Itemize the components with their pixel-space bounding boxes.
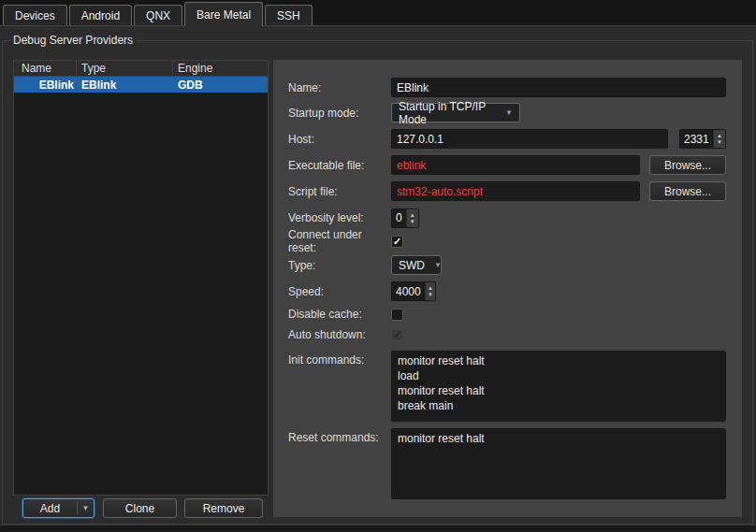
executable-browse-button[interactable]: Browse...: [649, 155, 726, 175]
chevron-down-icon: ▼: [496, 108, 513, 117]
executable-file-input[interactable]: [391, 155, 640, 175]
cell-name: EBlink: [14, 77, 77, 93]
startup-mode-label: Startup mode:: [288, 107, 391, 120]
disable-cache-checkbox[interactable]: [391, 309, 403, 321]
startup-mode-value: Startup in TCP/IP Mode: [399, 100, 496, 126]
script-browse-button[interactable]: Browse...: [649, 181, 726, 201]
spin-down-icon[interactable]: ▼: [410, 219, 415, 224]
speed-label: Speed:: [288, 285, 391, 298]
verbosity-value: 0: [392, 209, 406, 227]
script-file-label: Script file:: [288, 185, 391, 198]
clone-button[interactable]: Clone: [103, 498, 177, 518]
init-commands-label: Init commands:: [288, 351, 391, 367]
spin-down-icon[interactable]: ▼: [717, 139, 722, 145]
spin-up-icon[interactable]: ▲: [717, 133, 722, 138]
port-value: 2331: [680, 130, 713, 148]
auto-shutdown-checkbox-disabled: ✓: [391, 329, 403, 341]
disable-cache-label: Disable cache:: [288, 308, 391, 321]
remove-button[interactable]: Remove: [184, 498, 263, 518]
tab-bare-metal[interactable]: Bare Metal: [184, 2, 263, 26]
verbosity-spin-buttons[interactable]: ▲ ▼: [406, 209, 418, 227]
host-label: Host:: [288, 133, 391, 146]
bare-metal-settings-window: Devices Android QNX Bare Metal SSH Debug…: [0, 0, 756, 532]
auto-shutdown-label: Auto shutdown:: [288, 328, 391, 341]
init-commands-textarea[interactable]: monitor reset halt load monitor reset ha…: [391, 351, 726, 422]
script-file-input[interactable]: [391, 181, 640, 201]
tab-android[interactable]: Android: [69, 5, 132, 25]
port-spin-buttons[interactable]: ▲ ▼: [713, 130, 725, 148]
column-header-engine[interactable]: Engine: [173, 61, 268, 76]
spin-down-icon[interactable]: ▼: [428, 292, 433, 297]
group-title: Debug Server Providers: [10, 34, 136, 47]
provider-details-panel: Name: Startup mode: Startup in TCP/IP Mo…: [273, 60, 742, 517]
chevron-down-icon: ▼: [425, 261, 442, 269]
cell-engine: GDB: [173, 77, 268, 93]
providers-table: Name Type Engine EBlink EBlink GDB: [13, 60, 269, 496]
reset-commands-textarea[interactable]: monitor reset halt: [391, 428, 726, 499]
host-input[interactable]: [391, 129, 668, 149]
speed-spinbox[interactable]: 4000 ▲ ▼: [391, 281, 436, 301]
tab-ssh[interactable]: SSH: [265, 5, 313, 25]
spin-up-icon[interactable]: ▲: [410, 212, 415, 218]
name-label: Name:: [288, 81, 391, 94]
tab-qnx[interactable]: QNX: [134, 5, 182, 25]
type-label: Type:: [288, 259, 391, 272]
speed-value: 4000: [392, 282, 425, 300]
type-dropdown[interactable]: SWD ▼: [391, 255, 442, 275]
executable-file-label: Executable file:: [288, 159, 391, 172]
connect-under-reset-checkbox[interactable]: ✓: [391, 236, 403, 248]
spin-up-icon[interactable]: ▲: [428, 285, 433, 291]
column-header-type[interactable]: Type: [77, 61, 173, 76]
checkmark-icon: ✓: [393, 237, 401, 247]
cell-type: EBlink: [77, 77, 173, 93]
add-button[interactable]: Add ▼: [22, 498, 94, 518]
checkmark-icon: ✓: [393, 330, 401, 340]
tab-bar: Devices Android QNX Bare Metal SSH: [0, 0, 756, 25]
port-spinbox[interactable]: 2331 ▲ ▼: [679, 129, 726, 149]
add-button-label: Add: [23, 502, 77, 515]
type-value: SWD: [399, 259, 425, 272]
add-dropdown-arrow-icon[interactable]: ▼: [78, 504, 94, 512]
startup-mode-dropdown[interactable]: Startup in TCP/IP Mode ▼: [391, 103, 520, 122]
verbosity-level-label: Verbosity level:: [288, 211, 391, 224]
column-header-name[interactable]: Name: [14, 61, 77, 76]
reset-commands-label: Reset commands:: [288, 428, 391, 444]
tab-devices[interactable]: Devices: [3, 5, 67, 25]
verbosity-spinbox[interactable]: 0 ▲ ▼: [391, 208, 419, 228]
table-row-eblink-selected[interactable]: EBlink EBlink GDB: [14, 77, 268, 93]
speed-spin-buttons[interactable]: ▲ ▼: [425, 282, 435, 300]
name-input[interactable]: [391, 78, 726, 97]
connect-under-reset-label: Connect under reset:: [288, 228, 391, 254]
table-header: Name Type Engine: [14, 61, 268, 77]
